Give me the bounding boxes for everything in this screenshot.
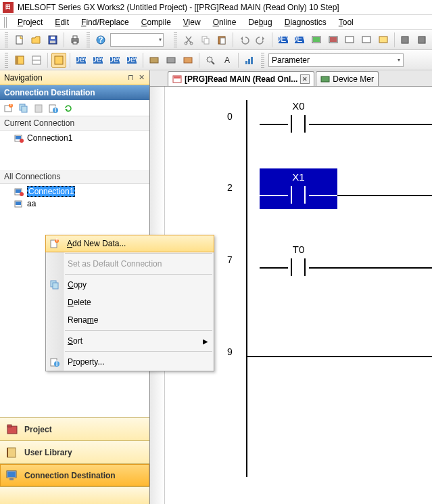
copy-button[interactable] <box>198 32 213 47</box>
svg-text:?: ? <box>99 35 103 45</box>
monitor-icon <box>5 469 19 482</box>
svg-rect-42 <box>167 58 175 63</box>
pin-icon[interactable]: ⊓ <box>126 74 135 82</box>
misc-btn-2[interactable] <box>164 53 178 68</box>
new-button[interactable] <box>12 32 27 47</box>
help-button[interactable]: ? <box>94 32 109 47</box>
layout-button-1[interactable] <box>29 53 44 68</box>
svg-rect-54 <box>22 106 27 112</box>
menu-tool[interactable]: Tool <box>333 16 359 28</box>
contact-x1-selected[interactable]: X1 <box>260 168 337 209</box>
book-icon <box>5 446 19 459</box>
menu-item-add-new-data[interactable]: + Add New Data... <box>45 235 214 252</box>
nav-button-connection-destination[interactable]: Connection Destination <box>0 463 149 486</box>
menu-find-replace[interactable]: Find/Replace <box>76 16 135 28</box>
svg-rect-49 <box>251 57 253 64</box>
new-connection-icon[interactable]: + <box>3 102 15 114</box>
menu-item-copy[interactable]: Copy <box>46 276 214 294</box>
contact-t0[interactable]: T0 <box>260 241 337 281</box>
parameter-combo[interactable]: Parameter ▾ <box>268 53 404 67</box>
close-icon[interactable]: ✕ <box>137 74 145 82</box>
connection-icon <box>14 186 24 197</box>
tree-item-connection1-current[interactable]: Connection1 <box>0 132 149 144</box>
cut-button[interactable] <box>181 32 196 47</box>
monitor-button-4[interactable] <box>359 32 374 47</box>
svg-rect-60 <box>16 136 21 139</box>
menu-edit[interactable]: Edit <box>49 16 74 28</box>
layout-button-2[interactable] <box>51 53 66 68</box>
step-number: 2 <box>227 182 233 193</box>
svg-rect-12 <box>204 39 209 44</box>
svg-text:+: + <box>8 103 13 109</box>
misc-btn-3[interactable] <box>181 53 195 68</box>
plc-button-1[interactable] <box>398 32 413 47</box>
menu-debug[interactable]: Debug <box>243 16 277 28</box>
dev-btn-c[interactable]: Dev <box>107 53 122 68</box>
monitor-button-5[interactable] <box>376 32 391 47</box>
menu-diagnostics[interactable]: Diagnostics <box>279 16 332 28</box>
open-button[interactable] <box>29 32 44 47</box>
tree-label: aa <box>27 199 36 208</box>
ladder-rung-2[interactable]: 2 X1 <box>165 164 432 208</box>
menu-compile[interactable]: Compile <box>136 16 176 28</box>
toolbar-grip <box>5 53 8 68</box>
menu-project[interactable]: Project <box>12 16 48 28</box>
save-button[interactable] <box>45 32 60 47</box>
misc-btn-1[interactable] <box>147 53 162 68</box>
tab-close-icon[interactable]: ✕ <box>300 74 310 84</box>
svg-text:Dev: Dev <box>76 55 87 64</box>
redo-button[interactable] <box>254 32 268 47</box>
menu-item-delete[interactable]: Delete <box>46 294 214 311</box>
svg-rect-2 <box>51 37 55 39</box>
copy-connection-icon[interactable] <box>18 102 30 114</box>
svg-rect-20 <box>313 37 320 42</box>
paste-connection-icon[interactable] <box>32 102 45 114</box>
ladder-rung-0[interactable]: 0 X0 <box>165 93 432 137</box>
monitor-button-2[interactable] <box>326 32 341 47</box>
dev-button-2[interactable]: DEV <box>292 32 307 47</box>
monitor-button-3[interactable] <box>342 32 357 47</box>
dev-button-1[interactable]: DEV <box>276 32 291 47</box>
menu-item-sort[interactable]: Sort ▶ <box>46 332 214 350</box>
nav-button-project[interactable]: Project <box>0 417 149 440</box>
svg-rect-29 <box>16 56 18 64</box>
toolbar-grip <box>174 32 177 47</box>
zoom-btn[interactable] <box>203 53 218 68</box>
svg-rect-48 <box>248 59 250 64</box>
property-icon[interactable]: i <box>47 102 59 114</box>
a-btn[interactable]: A <box>220 53 235 68</box>
tab-prg-main[interactable]: [PRG]Read MAIN (Read Onl... ✕ <box>168 71 314 86</box>
dev-btn-b[interactable]: Dev <box>91 53 105 68</box>
chart-btn[interactable] <box>242 53 257 68</box>
help-search-combo[interactable]: ▾ <box>110 33 164 47</box>
menu-online[interactable]: Online <box>208 16 242 28</box>
tree-label: Connection1 <box>27 133 72 143</box>
menu-item-rename[interactable]: Rename <box>46 311 214 329</box>
dev-btn-a[interactable]: Dev <box>74 53 89 68</box>
menu-view[interactable]: View <box>178 16 206 28</box>
paste-button[interactable] <box>215 32 230 47</box>
chevron-down-icon: ▾ <box>398 57 400 63</box>
monitor-button-1[interactable] <box>309 32 324 47</box>
svg-rect-22 <box>330 37 337 42</box>
plc-button-2[interactable] <box>414 32 429 47</box>
device-label: T0 <box>260 244 337 255</box>
refresh-icon[interactable] <box>62 102 74 114</box>
new-data-icon: + <box>49 237 61 250</box>
dev-btn-d[interactable]: Dev <box>124 53 139 68</box>
undo-button[interactable] <box>237 32 251 47</box>
tree-item-aa[interactable]: aa <box>0 198 149 210</box>
svg-text:A: A <box>224 55 230 65</box>
all-connections-tree: Connection1 aa <box>0 184 149 215</box>
svg-rect-76 <box>321 76 329 82</box>
svg-rect-55 <box>35 105 42 112</box>
svg-rect-47 <box>245 61 247 64</box>
nav-button-user-library[interactable]: User Library <box>0 440 149 463</box>
contact-x0[interactable]: X0 <box>260 97 337 138</box>
tab-device-memory[interactable]: Device Mer <box>316 71 379 86</box>
nav-toggle-button[interactable] <box>12 53 27 68</box>
svg-text:Dev: Dev <box>126 55 137 64</box>
tree-item-connection1[interactable]: Connection1 <box>0 185 149 198</box>
menu-item-property[interactable]: i Property... <box>46 353 214 371</box>
print-button[interactable] <box>68 32 82 47</box>
